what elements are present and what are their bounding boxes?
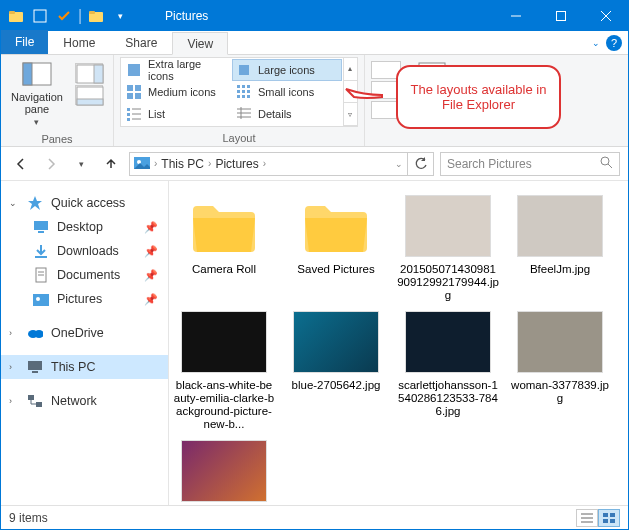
qat-properties[interactable] (29, 5, 51, 27)
image-thumbnail (181, 309, 267, 375)
tab-share[interactable]: Share (110, 31, 172, 54)
file-item[interactable]: black-ans-white-beauty-emilia-clarke-bac… (173, 309, 275, 432)
svg-rect-67 (610, 513, 615, 517)
svg-rect-34 (127, 118, 130, 121)
layout-option-medium-icons[interactable]: Medium icons (122, 81, 232, 103)
file-name: scarlettjohansson-1540286123533-7846.jpg (397, 379, 499, 419)
sidebar-quick-access[interactable]: ⌄Quick access (1, 191, 168, 215)
file-name: woman-3377839.jpg (509, 379, 611, 405)
file-name: Camera Roll (192, 263, 256, 276)
navigation-sidebar[interactable]: ⌄Quick accessDesktop📌Downloads📌Documents… (1, 181, 169, 505)
status-bar: 9 items (1, 505, 628, 529)
network-icon (27, 393, 43, 409)
crumb-sep-icon[interactable]: › (152, 158, 159, 169)
folder-icon (293, 193, 379, 259)
thispc-icon (27, 359, 43, 375)
svg-rect-59 (28, 395, 34, 400)
file-item[interactable]: woman-3377839.jpg (509, 309, 611, 432)
maximize-button[interactable] (538, 1, 583, 31)
file-name: blue-2705642.jpg (292, 379, 381, 392)
image-thumbnail (293, 309, 379, 375)
layout-icon (236, 106, 252, 122)
forward-button[interactable] (39, 152, 63, 176)
preview-pane-button[interactable] (71, 57, 107, 105)
file-item[interactable]: BfeelJm.jpg (509, 193, 611, 303)
qat-dropdown[interactable]: ▾ (109, 5, 131, 27)
view-details-button[interactable] (576, 509, 598, 527)
sidebar-onedrive[interactable]: ›OneDrive (1, 321, 168, 345)
group-layout-title: Layout (120, 130, 358, 146)
layout-option-details[interactable]: Details (232, 103, 342, 125)
address-dropdown-icon[interactable]: ⌄ (395, 159, 403, 169)
pin-icon: 📌 (144, 221, 158, 234)
search-box[interactable]: Search Pictures (440, 152, 620, 176)
pictures-icon (134, 155, 150, 172)
svg-rect-20 (135, 93, 141, 99)
layout-icon (126, 84, 142, 100)
crumb-thispc[interactable]: This PC (161, 157, 204, 171)
svg-rect-29 (247, 95, 250, 98)
file-item[interactable]: 20150507143098190912992179944.jpg (397, 193, 499, 303)
file-name: 20150507143098190912992179944.jpg (397, 263, 499, 303)
documents-icon (33, 267, 49, 283)
svg-rect-15 (128, 64, 140, 76)
up-button[interactable] (99, 152, 123, 176)
address-bar[interactable]: › This PC › Pictures › ⌄ (129, 152, 408, 176)
explorer-body: ⌄Quick accessDesktop📌Downloads📌Documents… (1, 181, 628, 505)
svg-rect-18 (135, 85, 141, 91)
layout-option-small-icons[interactable]: Small icons (232, 81, 342, 103)
sidebar-documents[interactable]: Documents📌 (1, 263, 168, 287)
close-button[interactable] (583, 1, 628, 31)
downloads-icon (33, 243, 49, 259)
pin-icon: 📌 (144, 293, 158, 306)
svg-rect-17 (127, 85, 133, 91)
qat-divider: | (77, 5, 83, 27)
sidebar-pictures[interactable]: Pictures📌 (1, 287, 168, 311)
address-bar-row: ▾ › This PC › Pictures › ⌄ Search Pictur… (1, 147, 628, 181)
layout-option-list[interactable]: List (122, 103, 232, 125)
refresh-button[interactable] (408, 152, 434, 176)
window-title: Pictures (135, 9, 493, 23)
folder-icon-2 (85, 5, 107, 27)
file-item[interactable]: Saved Pictures (285, 193, 387, 303)
image-thumbnail (405, 309, 491, 375)
group-layout: Extra large iconsLarge iconsMedium icons… (114, 55, 365, 146)
ribbon-expand-icon[interactable]: ⌄ (592, 38, 600, 48)
image-thumbnail (405, 193, 491, 259)
navigation-pane-button[interactable]: Navigation pane ▾ (7, 57, 67, 131)
help-icon[interactable]: ? (606, 35, 622, 51)
crumb-pictures[interactable]: Pictures (215, 157, 258, 171)
tab-view[interactable]: View (172, 32, 228, 55)
svg-rect-23 (247, 85, 250, 88)
expand-icon: › (9, 328, 19, 338)
svg-rect-66 (603, 513, 608, 517)
svg-rect-69 (610, 519, 615, 523)
quick-access-toolbar: | ▾ (1, 5, 135, 27)
sidebar-this-pc[interactable]: ›This PC (1, 355, 168, 379)
file-item[interactable]: Camera Roll (173, 193, 275, 303)
layout-option-extra-large-icons[interactable]: Extra large icons (122, 59, 232, 81)
crumb-sep-icon[interactable]: › (206, 158, 213, 169)
file-name: Saved Pictures (297, 263, 374, 276)
minimize-button[interactable] (493, 1, 538, 31)
file-item[interactable]: scarlettjohansson-1540286123533-7846.jpg (397, 309, 499, 432)
file-item[interactable]: blue-2705642.jpg (285, 309, 387, 432)
recent-dropdown[interactable]: ▾ (69, 152, 93, 176)
back-button[interactable] (9, 152, 33, 176)
file-item[interactable] (173, 438, 275, 505)
sidebar-desktop[interactable]: Desktop📌 (1, 215, 168, 239)
sidebar-network[interactable]: ›Network (1, 389, 168, 413)
crumb-sep-icon[interactable]: › (261, 158, 268, 169)
tab-home[interactable]: Home (48, 31, 110, 54)
qat-checkmark[interactable] (53, 5, 75, 27)
sidebar-downloads[interactable]: Downloads📌 (1, 239, 168, 263)
pictures-icon (33, 291, 49, 307)
layout-option-large-icons[interactable]: Large icons (232, 59, 342, 81)
file-tab[interactable]: File (1, 30, 48, 54)
folder-icon (181, 193, 267, 259)
view-large-button[interactable] (598, 509, 620, 527)
file-list-pane[interactable]: Camera RollSaved Pictures201505071430981… (169, 181, 628, 505)
title-bar: | ▾ Pictures (1, 1, 628, 31)
layout-scroll-up[interactable]: ▴ (344, 58, 357, 81)
svg-rect-19 (127, 93, 133, 99)
